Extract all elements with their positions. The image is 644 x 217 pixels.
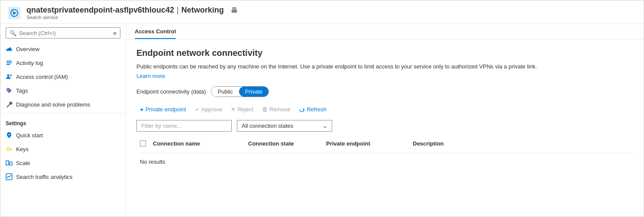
refresh-button[interactable]: Refresh <box>295 104 330 114</box>
svg-rect-14 <box>11 150 12 151</box>
svg-rect-15 <box>6 161 9 165</box>
sidebar-item-search-traffic[interactable]: Search traffic analytics <box>0 170 126 184</box>
svg-text:A: A <box>12 10 14 12</box>
svg-point-8 <box>7 74 10 77</box>
page-header: A qnatestprivateendpoint-asflpv6thlouc42… <box>0 0 644 24</box>
no-results-message: No results <box>136 153 633 170</box>
sidebar-item-tags[interactable]: Tags <box>0 84 126 97</box>
list-icon <box>6 59 13 66</box>
svg-rect-5 <box>6 61 12 62</box>
toggle-public[interactable]: Public <box>211 87 239 97</box>
chevron-down-icon: ⌄ <box>323 123 327 129</box>
filter-input[interactable] <box>136 120 232 132</box>
filter-row: All connection states ⌄ <box>136 120 633 132</box>
refresh-icon <box>299 106 305 113</box>
col-connection-name: Connection name <box>149 139 245 149</box>
refresh-label: Refresh <box>307 106 327 113</box>
plus-icon: + <box>140 106 144 113</box>
svg-rect-6 <box>6 62 12 63</box>
description-text: Public endpoints can be reached by any m… <box>136 62 633 71</box>
col-private-endpoint: Private endpoint <box>323 139 409 149</box>
svg-point-12 <box>7 148 10 151</box>
search-input[interactable] <box>19 30 88 36</box>
toggle-private[interactable]: Private <box>239 87 269 97</box>
svg-rect-16 <box>10 162 12 165</box>
sidebar-item-diagnose[interactable]: Diagnose and solve problems <box>0 97 126 111</box>
toggle-group: Public Private <box>211 86 269 97</box>
sidebar-item-quick-start-label: Quick start <box>16 132 43 139</box>
col-description: Description <box>409 139 633 149</box>
tab-access-control[interactable]: Access Control <box>135 24 176 39</box>
table-header: Connection name Connection state Private… <box>136 135 633 153</box>
trash-icon: 🗑 <box>262 106 268 113</box>
col-checkbox <box>136 139 149 149</box>
checkmark-icon: ✓ <box>195 106 200 113</box>
resource-subtitle: Search service <box>26 15 238 20</box>
tab-bar: Access Control <box>126 24 644 39</box>
filter-dropdown[interactable]: All connection states ⌄ <box>237 120 332 132</box>
print-icon[interactable]: 🖶 <box>231 6 238 14</box>
svg-point-10 <box>7 89 8 90</box>
svg-rect-13 <box>10 149 12 150</box>
wrench-icon <box>6 101 13 108</box>
main-content: Access Control Endpoint network connecti… <box>126 24 644 217</box>
scale-icon <box>6 159 13 166</box>
remove-label: Remove <box>269 106 290 113</box>
add-private-endpoint-button[interactable]: + Private endpoint <box>136 104 190 115</box>
content-body: Endpoint network connectivity Public end… <box>126 39 644 179</box>
sidebar-item-scale[interactable]: Scale <box>0 156 126 170</box>
settings-divider <box>0 113 126 113</box>
key-icon <box>6 146 13 152</box>
cloud-icon <box>6 45 13 52</box>
approve-button[interactable]: ✓ Approve <box>191 104 226 114</box>
sidebar-item-access-control[interactable]: Access control (IAM) <box>0 70 126 84</box>
add-label: Private endpoint <box>146 106 186 113</box>
col-connection-state: Connection state <box>245 139 323 149</box>
sidebar-item-diagnose-label: Diagnose and solve problems <box>16 101 90 108</box>
reject-label: Reject <box>237 106 253 113</box>
sidebar-item-tags-label: Tags <box>16 87 28 94</box>
sidebar-item-activity-log-label: Activity log <box>16 60 43 66</box>
x-icon: ✕ <box>231 106 236 113</box>
rocket-icon <box>6 132 13 139</box>
reject-button[interactable]: ✕ Reject <box>227 104 257 114</box>
header-title-group: qnatestprivateendpoint-asflpv6thlouc42 |… <box>26 6 238 20</box>
svg-rect-7 <box>6 64 10 65</box>
sidebar-item-quick-start[interactable]: Quick start <box>0 128 126 142</box>
sidebar-item-iam-label: Access control (IAM) <box>16 74 68 80</box>
sidebar-item-overview-label: Overview <box>16 46 39 52</box>
approve-label: Approve <box>201 106 222 113</box>
toolbar: + Private endpoint ✓ Approve ✕ Reject 🗑 … <box>136 104 633 115</box>
sidebar-item-keys-label: Keys <box>16 146 29 152</box>
page-name: Networking <box>181 6 224 15</box>
svg-point-11 <box>9 134 10 136</box>
sidebar-item-keys[interactable]: Keys <box>0 142 126 156</box>
collapse-button[interactable]: « <box>113 29 117 36</box>
header-checkbox[interactable] <box>140 140 146 146</box>
sidebar-item-overview[interactable]: Overview <box>0 42 126 56</box>
search-box[interactable]: 🔍 « <box>6 27 120 39</box>
people-icon <box>6 73 13 80</box>
header-divider: | <box>177 6 179 15</box>
sidebar-item-search-traffic-label: Search traffic analytics <box>16 174 73 180</box>
settings-section-label: Settings <box>0 115 126 128</box>
resource-icon: A <box>7 6 21 20</box>
svg-point-9 <box>10 74 12 76</box>
resource-name: qnatestprivateendpoint-asflpv6thlouc42 <box>26 6 174 15</box>
sidebar-item-activity-log[interactable]: Activity log <box>0 56 126 70</box>
filter-dropdown-label: All connection states <box>242 123 293 129</box>
page-title: Endpoint network connectivity <box>136 48 633 58</box>
search-icon: 🔍 <box>10 30 16 36</box>
connectivity-label: Endpoint connectivity (data) <box>136 88 206 95</box>
connectivity-row: Endpoint connectivity (data) Public Priv… <box>136 86 633 97</box>
remove-button[interactable]: 🗑 Remove <box>259 104 294 114</box>
sidebar-item-scale-label: Scale <box>16 160 30 166</box>
learn-more-link[interactable]: Learn more <box>136 73 165 79</box>
table-body: No results <box>136 153 633 170</box>
sidebar: 🔍 « Overview Activity log <box>0 24 126 217</box>
analytics-icon <box>6 173 13 180</box>
tag-icon <box>6 87 13 94</box>
